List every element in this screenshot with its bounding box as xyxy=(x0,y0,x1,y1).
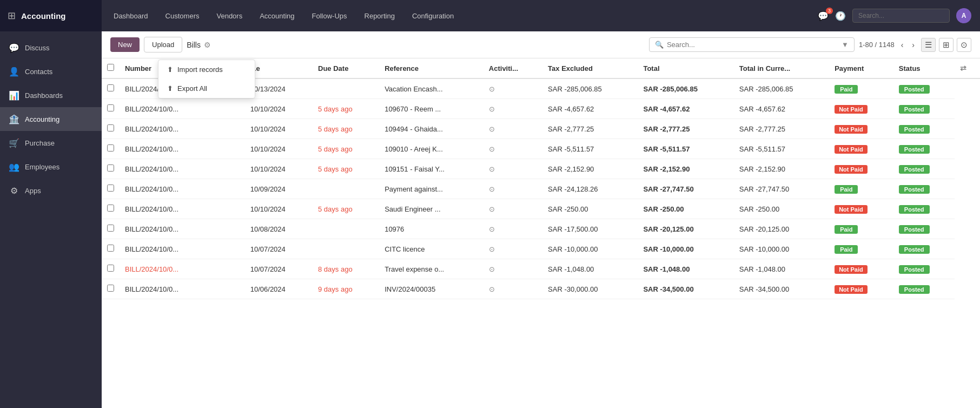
import-menu-label: Import records xyxy=(177,65,223,74)
main-area: DashboardCustomersVendorsAccountingFollo… xyxy=(102,0,980,408)
context-menu-export[interactable]: ⬆Export All xyxy=(158,79,255,98)
import-menu-icon: ⬆ xyxy=(167,65,173,74)
context-menu-import[interactable]: ⬆Import records xyxy=(158,60,255,79)
export-menu-icon: ⬆ xyxy=(167,84,173,93)
context-menu: ⬆Import records⬆Export All xyxy=(158,60,255,98)
export-menu-label: Export All xyxy=(177,84,207,93)
